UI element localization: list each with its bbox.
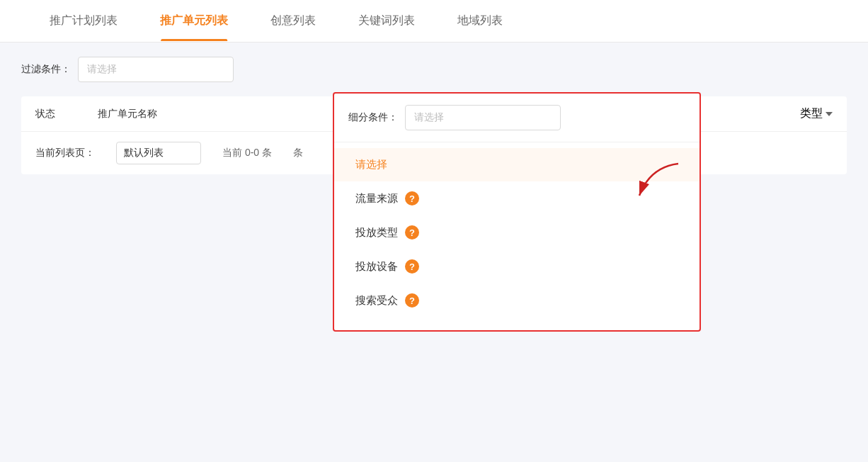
help-icon: ? [405, 259, 419, 274]
subdivision-select[interactable]: 请选择 [405, 105, 561, 130]
page-more-text: 条 [293, 147, 303, 159]
help-icon-text: ? [409, 227, 415, 238]
help-icon: ? [405, 191, 419, 205]
tab-bar: 推广计划列表 推广单元列表 创意列表 关键词列表 地域列表 [0, 0, 868, 43]
help-icon-text: ? [409, 295, 415, 306]
help-icon: ? [405, 225, 419, 240]
dropdown-item-label: 投放类型 [355, 226, 398, 240]
arrow-annotation [629, 160, 685, 210]
col-unit-name: 推广单元名称 [98, 108, 157, 120]
filter-group: 过滤条件： 请选择 [21, 57, 234, 82]
col-type-label: 类型 [800, 106, 823, 121]
subdivision-select-text: 请选择 [414, 111, 444, 124]
subdivision-label: 细分条件： [348, 111, 398, 124]
tab-unit-list[interactable]: 推广单元列表 [139, 1, 249, 41]
page-label: 当前列表页： [35, 147, 95, 159]
tab-keyword-list[interactable]: 关键词列表 [337, 1, 436, 41]
main-content: 过滤条件： 请选择 状态 推广单元名称 类型 当前列表页： 默认列表 当前 0-… [0, 43, 868, 188]
dropdown-overlay: 细分条件： 请选择 请选择 流量来源 ? [333, 92, 701, 332]
tab-plan-list[interactable]: 推广计划列表 [28, 1, 139, 41]
help-icon-text: ? [409, 193, 415, 204]
page-select-text: 默认列表 [124, 147, 164, 159]
dropdown-item-traffic-source[interactable]: 流量来源 ? [334, 181, 699, 215]
filter-select[interactable]: 请选择 [78, 57, 234, 82]
dropdown-item-delivery-device[interactable]: 投放设备 ? [334, 249, 699, 283]
dropdown-item-label: 搜索受众 [355, 294, 398, 308]
dropdown-item-search-audience[interactable]: 搜索受众 ? [334, 283, 699, 317]
chevron-down-icon [826, 112, 833, 116]
subdivision-header: 细分条件： 请选择 [334, 94, 699, 142]
help-icon-text: ? [409, 261, 415, 272]
page-select[interactable]: 默认列表 [116, 142, 201, 164]
col-type[interactable]: 类型 [800, 106, 833, 121]
col-status: 状态 [35, 108, 55, 120]
filter-row: 过滤条件： 请选择 [21, 57, 847, 82]
filter-select-text: 请选择 [87, 63, 117, 76]
dropdown-list: 请选择 流量来源 ? [334, 142, 699, 323]
dropdown-item-label: 投放设备 [355, 260, 398, 274]
tab-creative-list[interactable]: 创意列表 [249, 1, 337, 41]
help-icon: ? [405, 293, 419, 308]
tab-region-list[interactable]: 地域列表 [436, 1, 524, 41]
page-info: 当前 0-0 条 [222, 147, 272, 159]
dropdown-item-label: 流量来源 [355, 192, 398, 205]
filter-label: 过滤条件： [21, 63, 71, 76]
dropdown-item-label: 请选择 [355, 158, 387, 171]
dropdown-item-delivery-type[interactable]: 投放类型 ? [334, 215, 699, 249]
